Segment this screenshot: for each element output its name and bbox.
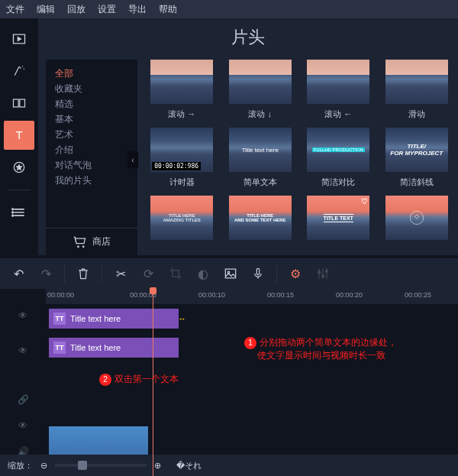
preset-item[interactable]: 00:00:02:986计时器 — [148, 128, 216, 188]
link-icon[interactable]: 🔗 — [18, 394, 29, 405]
preset-item[interactable]: 滚动 ← — [305, 60, 373, 120]
menu-edit[interactable]: 编辑 — [37, 3, 55, 16]
zoom-in-button[interactable]: ⊕ — [154, 461, 161, 471]
time-ruler[interactable]: 00:00:00 00:00:05 00:00:10 00:00:15 00:0… — [46, 289, 458, 304]
crop-button[interactable] — [163, 261, 188, 286]
svg-rect-11 — [256, 268, 259, 274]
mic-button[interactable] — [246, 261, 270, 286]
svg-point-13 — [321, 275, 324, 277]
fit-button[interactable]: �それ — [176, 460, 202, 471]
color-button[interactable]: ◐ — [191, 261, 215, 286]
eye-icon[interactable]: 👁 — [18, 345, 27, 356]
preset-item[interactable]: Title text here简单文本 — [227, 128, 295, 188]
rotate-button[interactable]: ⟳ — [136, 261, 160, 286]
menu-settings[interactable]: 设置 — [98, 3, 116, 16]
annotation-2: 2双击第一个文本 — [99, 373, 179, 386]
cat-basic[interactable]: 基本 — [55, 112, 128, 127]
preset-item[interactable]: 滚动 → — [148, 60, 216, 120]
zoom-slider[interactable] — [55, 464, 147, 467]
cat-art[interactable]: 艺术 — [55, 127, 128, 142]
delete-button[interactable] — [71, 261, 95, 286]
preset-item[interactable]: TITLE HERE AND SOME TEXT HERE — [227, 196, 295, 240]
svg-rect-9 — [225, 269, 235, 278]
preset-item[interactable]: ♡TITLE TEXT — [305, 196, 373, 240]
svg-point-5 — [12, 209, 14, 210]
chevron-left-icon[interactable]: ‹ — [127, 151, 138, 168]
cat-intro[interactable]: 介绍 — [55, 142, 128, 157]
svg-point-7 — [12, 215, 14, 216]
titles-tab-icon[interactable]: T — [4, 121, 34, 150]
panel-title: 片头 — [38, 18, 458, 60]
cut-button[interactable]: ✂ — [108, 261, 133, 286]
svg-point-6 — [12, 212, 14, 213]
redo-button[interactable]: ↷ — [34, 261, 58, 286]
cart-icon — [73, 235, 88, 250]
tool-sidebar: T — [0, 18, 38, 255]
timeline-toolbar: ↶ ↷ ✂ ⟳ ◐ ⚙ — [0, 258, 458, 289]
menu-export[interactable]: 导出 — [128, 3, 147, 16]
preset-item[interactable]: 滑动 — [383, 60, 451, 120]
transitions-tab-icon[interactable] — [4, 89, 34, 118]
text-clip-icon: TT — [53, 312, 66, 325]
svg-rect-2 — [20, 99, 25, 107]
text-clip-icon: TT — [53, 342, 66, 354]
menu-bar: 文件 编辑 回放 设置 导出 帮助 — [0, 0, 458, 18]
title-clip-2[interactable]: TT Title text here — [49, 338, 179, 358]
preset-grid: 滚动 → 滚动 ↓ 滚动 ← 滑动 00:00:02:986计时器 Title … — [137, 60, 450, 255]
resize-handle-icon[interactable]: ↔ — [178, 314, 186, 323]
svg-text:T: T — [15, 128, 22, 141]
stickers-tab-icon[interactable] — [4, 153, 34, 182]
svg-point-14 — [325, 270, 327, 272]
cat-mine[interactable]: 我的片头 — [55, 173, 128, 188]
sliders-button[interactable] — [311, 261, 335, 286]
preset-item[interactable] — [383, 196, 451, 240]
cat-featured[interactable]: 精选 — [55, 96, 128, 112]
menu-help[interactable]: 帮助 — [159, 3, 177, 16]
more-tab-icon[interactable] — [4, 198, 34, 227]
preset-item[interactable]: TITLE HERE AMAZING TITLES — [148, 196, 216, 240]
preset-item[interactable]: 滚动 ↓ — [227, 60, 295, 120]
cat-fav[interactable]: 收藏夹 — [55, 81, 128, 96]
zoom-out-button[interactable]: ⊖ — [40, 461, 47, 471]
eye-icon[interactable]: 👁 — [18, 420, 27, 431]
timeline: 00:00:00 00:00:05 00:00:10 00:00:15 00:0… — [0, 289, 458, 476]
category-panel: 全部 收藏夹 精选 基本 艺术 介绍 对话气泡 我的片头 ‹ 商店 — [46, 60, 137, 255]
zoom-bar: 缩放： ⊖ ⊕ �それ — [0, 455, 458, 476]
settings-button[interactable]: ⚙ — [283, 261, 308, 286]
menu-file[interactable]: 文件 — [6, 3, 24, 16]
preset-item[interactable]: FULLHD PRODUCTION简洁对比 — [305, 128, 373, 188]
store-button[interactable]: 商店 — [46, 228, 137, 255]
eye-icon[interactable]: 👁 — [18, 310, 27, 321]
menu-playback[interactable]: 回放 — [67, 3, 85, 16]
svg-point-8 — [410, 211, 423, 224]
zoom-label: 缩放： — [8, 460, 33, 471]
media-tab-icon[interactable] — [4, 24, 34, 53]
svg-rect-1 — [14, 99, 19, 107]
title-clip-1[interactable]: TT Title text here ↔ — [49, 309, 179, 329]
effects-tab-icon[interactable] — [4, 57, 34, 86]
preset-item[interactable]: TITLE/ FOR MYPROJECT简洁斜线 — [383, 128, 451, 188]
annotation-1: 1分别拖动两个简单文本的边缘处， 使文字显示时间与视频时长一致 — [244, 336, 397, 362]
undo-button[interactable]: ↶ — [6, 261, 31, 286]
cat-all[interactable]: 全部 — [55, 66, 128, 81]
heart-icon: ♡ — [361, 197, 368, 206]
image-button[interactable] — [218, 261, 243, 286]
cat-bubble[interactable]: 对话气泡 — [55, 157, 128, 173]
svg-point-12 — [318, 271, 320, 274]
